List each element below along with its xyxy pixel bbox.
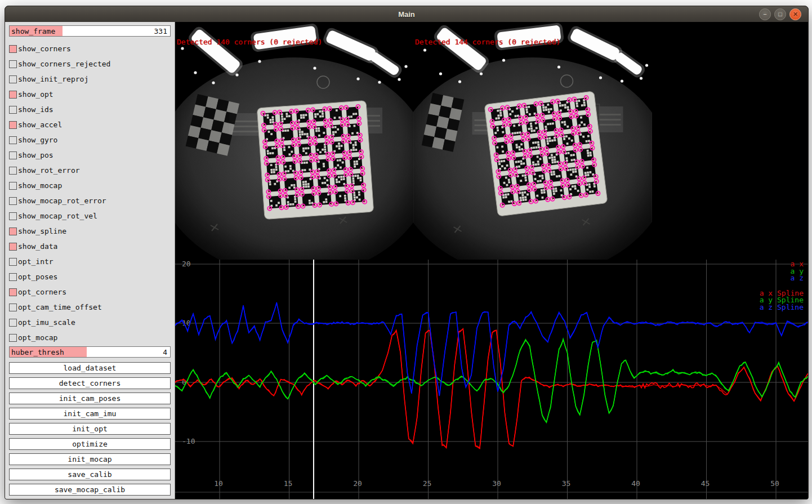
button-optimize[interactable]: optimize	[9, 438, 171, 450]
checkbox-label: show_corners	[18, 44, 71, 53]
checkbox-row-opt_corners[interactable]: opt_corners	[9, 284, 171, 300]
show-frame-value: 331	[154, 27, 167, 35]
camera-view-left[interactable]	[175, 22, 413, 260]
svg-text:15: 15	[284, 479, 293, 488]
checkbox-label: show_mocap	[18, 181, 62, 190]
svg-text:-10: -10	[182, 437, 195, 445]
checkbox-row-show_data[interactable]: show_data	[9, 239, 171, 254]
button-init_mocap[interactable]: init_mocap	[9, 453, 171, 465]
checkbox-row-show_mocap_rot_error[interactable]: show_mocap_rot_error	[9, 193, 171, 208]
checkbox-label: show_data	[18, 242, 57, 251]
legend-entry-a-z: a z	[760, 275, 804, 282]
checkbox-row-show_corners_rejected[interactable]: show_corners_rejected	[9, 56, 171, 72]
checkbox-row-show_mocap_rot_vel[interactable]: show_mocap_rot_vel	[9, 208, 171, 224]
checkbox-show_opt[interactable]	[9, 91, 17, 99]
checkbox-label: opt_mocap	[18, 333, 57, 342]
title-bar[interactable]: Main − □ ✕	[5, 6, 808, 23]
svg-text:20: 20	[353, 479, 362, 488]
checkbox-row-show_rot_error[interactable]: show_rot_error	[9, 163, 171, 178]
svg-text:45: 45	[701, 479, 710, 488]
checkbox-list: show_cornersshow_corners_rejectedshow_in…	[9, 41, 171, 345]
checkbox-label: show_ids	[18, 105, 53, 114]
checkbox-row-show_spline[interactable]: show_spline	[9, 224, 171, 239]
checkbox-show_mocap_rot_vel[interactable]	[9, 212, 17, 220]
checkbox-show_accel[interactable]	[9, 121, 17, 129]
window-title: Main	[398, 10, 415, 19]
checkbox-show_corners_rejected[interactable]	[9, 60, 17, 68]
checkbox-row-show_init_reproj[interactable]: show_init_reproj	[9, 72, 171, 87]
checkbox-label: opt_cam_time_offset	[18, 303, 102, 311]
camera-view-right[interactable]	[413, 22, 652, 260]
display-area: Detected 140 corners (0 rejected) Detect…	[175, 22, 808, 499]
checkbox-label: opt_corners	[18, 288, 66, 296]
checkbox-row-show_gyro[interactable]: show_gyro	[9, 132, 171, 148]
legend-entry-a-z-Spline: a z Spline	[760, 304, 804, 311]
control-panel: show_frame 331 show_cornersshow_corners_…	[5, 22, 175, 499]
minimize-button[interactable]: −	[759, 8, 771, 20]
svg-text:30: 30	[492, 479, 501, 488]
checkbox-label: show_spline	[18, 227, 66, 235]
checkbox-row-show_mocap[interactable]: show_mocap	[9, 178, 171, 193]
svg-text:40: 40	[631, 479, 640, 488]
detection-status-right: Detected 144 corners (0 rejected)	[415, 38, 560, 46]
checkbox-show_mocap_rot_error[interactable]	[9, 197, 17, 205]
plot-canvas[interactable]: 10152025303540455020100-10	[175, 260, 808, 499]
checkbox-opt_imu_scale[interactable]	[9, 319, 17, 327]
checkbox-row-show_ids[interactable]: show_ids	[9, 102, 171, 117]
main-window: Main − □ ✕ show_frame 331 show_cornerssh…	[5, 6, 809, 499]
checkbox-opt_mocap[interactable]	[9, 334, 17, 342]
huber-thresh-label: huber_thresh	[11, 348, 64, 356]
checkbox-label: show_rot_error	[18, 166, 80, 175]
legend-data-series: a xa ya z	[760, 261, 804, 282]
button-init_cam_poses[interactable]: init_cam_poses	[9, 393, 171, 404]
detection-status-left: Detected 140 corners (0 rejected)	[177, 38, 322, 46]
action-buttons: load_datasetdetect_cornersinit_cam_poses…	[9, 362, 171, 496]
screenshot-stage: Main − □ ✕ show_frame 331 show_cornerssh…	[0, 0, 812, 504]
button-detect_corners[interactable]: detect_corners	[9, 377, 171, 389]
checkbox-row-opt_intr[interactable]: opt_intr	[9, 254, 171, 269]
show-frame-slider[interactable]: show_frame 331	[9, 25, 171, 37]
svg-text:25: 25	[423, 479, 432, 488]
checkbox-show_ids[interactable]	[9, 106, 17, 114]
close-button[interactable]: ✕	[789, 8, 801, 20]
button-init_opt[interactable]: init_opt	[9, 423, 171, 435]
checkbox-show_data[interactable]	[9, 243, 17, 251]
checkbox-row-show_corners[interactable]: show_corners	[9, 41, 171, 56]
checkbox-label: opt_poses	[18, 273, 57, 281]
checkbox-label: show_mocap_rot_error	[18, 197, 106, 205]
plot-legend: a xa ya z a x Splinea y Splinea z Spline	[760, 261, 804, 311]
checkbox-row-opt_cam_time_offset[interactable]: opt_cam_time_offset	[9, 300, 171, 315]
huber-thresh-value: 4	[163, 348, 167, 356]
checkbox-row-opt_imu_scale[interactable]: opt_imu_scale	[9, 315, 171, 330]
checkbox-row-show_pos[interactable]: show_pos	[9, 148, 171, 163]
checkbox-opt_poses[interactable]	[9, 273, 17, 281]
checkbox-opt_intr[interactable]	[9, 258, 17, 266]
checkbox-row-opt_poses[interactable]: opt_poses	[9, 269, 171, 284]
checkbox-show_rot_error[interactable]	[9, 167, 17, 175]
checkbox-row-show_opt[interactable]: show_opt	[9, 87, 171, 102]
checkbox-label: opt_imu_scale	[18, 318, 75, 327]
huber-thresh-slider[interactable]: huber_thresh 4	[9, 346, 171, 358]
checkbox-show_pos[interactable]	[9, 151, 17, 159]
checkbox-show_spline[interactable]	[9, 228, 17, 235]
button-save_calib[interactable]: save_calib	[9, 469, 171, 480]
button-save_mocap_calib[interactable]: save_mocap_calib	[9, 484, 171, 496]
maximize-button[interactable]: □	[774, 8, 786, 20]
checkbox-label: show_mocap_rot_vel	[18, 212, 97, 220]
svg-text:35: 35	[562, 479, 571, 488]
checkbox-opt_corners[interactable]	[9, 288, 17, 296]
checkbox-opt_cam_time_offset[interactable]	[9, 304, 17, 311]
checkbox-show_init_reproj[interactable]	[9, 75, 17, 83]
checkbox-show_gyro[interactable]	[9, 136, 17, 144]
button-init_cam_imu[interactable]: init_cam_imu	[9, 408, 171, 420]
svg-text:50: 50	[770, 479, 779, 488]
legend-spline-series: a x Splinea y Splinea z Spline	[760, 290, 804, 311]
checkbox-show_mocap[interactable]	[9, 182, 17, 190]
checkbox-row-show_accel[interactable]: show_accel	[9, 117, 171, 132]
button-load_dataset[interactable]: load_dataset	[9, 362, 171, 374]
svg-text:20: 20	[182, 260, 191, 268]
svg-text:10: 10	[214, 479, 223, 488]
checkbox-show_corners[interactable]	[9, 45, 17, 53]
checkbox-row-opt_mocap[interactable]: opt_mocap	[9, 330, 171, 345]
imu-plot[interactable]: 10152025303540455020100-10 a xa ya z a x…	[175, 260, 808, 499]
